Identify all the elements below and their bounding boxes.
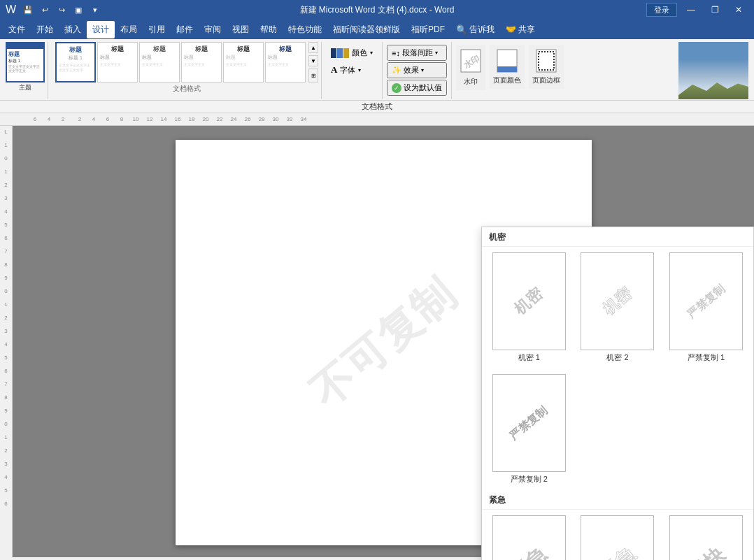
wm-option-yanjin1[interactable]: 严禁复制 严禁复制 1 — [664, 252, 748, 363]
wm-text-jinji1: 紧急 — [505, 541, 553, 560]
page-color-label: 页面颜色 — [493, 76, 521, 85]
urgent-grid: 紧急 紧急 1 紧急 紧急 2 尽快 尽快 1 — [482, 510, 753, 560]
menu-references[interactable]: 引用 — [143, 21, 171, 38]
menu-review[interactable]: 审阅 — [199, 21, 227, 38]
style-scroll: ▲ ▼ ⊞ — [308, 42, 318, 82]
watermark-btn[interactable]: 水印 水印 — [456, 45, 485, 90]
wm-card-yanjin2: 严禁复制 — [492, 374, 566, 472]
wm-option-mimi2[interactable]: 机密 机密 2 — [576, 252, 660, 363]
style-item-3[interactable]: 标题 标题 正文文字正文 — [181, 42, 222, 82]
doc-format-label: 文档格式 — [362, 101, 392, 112]
login-button[interactable]: 登录 — [646, 3, 677, 17]
check-circle-icon: ✓ — [392, 83, 401, 93]
menu-special[interactable]: 特色功能 — [283, 21, 327, 38]
set-default-btn[interactable]: ✓ 设为默认值 — [387, 80, 447, 96]
scenery-image — [678, 42, 748, 99]
wm-card-jinkuai1: 尽快 — [669, 515, 743, 560]
theme-default[interactable]: 标题 标题 1 正文文字正文文字正文文字正文 主题 — [6, 42, 45, 92]
colors-dropdown-arrow: ▾ — [370, 50, 373, 56]
style-scroll-expand[interactable]: ⊞ — [308, 69, 318, 82]
wm-card-mimi1: 机密 — [492, 252, 566, 350]
style-scroll-up[interactable]: ▲ — [308, 42, 318, 53]
dropdown-quick-btn[interactable]: ▾ — [87, 3, 103, 17]
wm-label-mimi1: 机密 1 — [518, 352, 540, 363]
wm-option-mimi1[interactable]: 机密 机密 1 — [488, 252, 571, 363]
colors-label: 颜色 — [352, 48, 367, 58]
para-spacing-arrow: ▾ — [435, 50, 438, 56]
menu-home[interactable]: 开始 — [31, 21, 59, 38]
svg-rect-3 — [497, 66, 517, 72]
menu-foxit-reader[interactable]: 福昕阅读器领鲜版 — [327, 21, 406, 38]
effects-icon: ✨ — [392, 66, 401, 75]
menu-layout[interactable]: 布局 — [115, 21, 143, 38]
style-item-5[interactable]: 标题 标题 正文文字正文 — [265, 42, 306, 82]
close-btn[interactable]: ✕ — [729, 3, 748, 17]
wm-label-mimi2: 机密 2 — [606, 352, 628, 363]
fonts-label: 字体 — [340, 65, 355, 76]
title-bar: W 💾 ↩ ↪ ▣ ▾ 新建 Microsoft Word 文档 (4).doc… — [0, 0, 754, 20]
ruler-vertical: L 1 0 1 2 3 4 5 6 7 8 9 0 1 2 3 4 5 6 7 … — [0, 126, 13, 557]
page-color-btn[interactable]: 页面颜色 — [490, 45, 525, 89]
menu-file[interactable]: 文件 — [3, 21, 31, 38]
style-gallery: 标题 标题 1 正文文字正文文字正文文字正文文字 标题 标题 正文文字正文 标题… — [55, 42, 318, 82]
minimize-btn[interactable]: — — [681, 3, 701, 17]
more-quick-btn[interactable]: ▣ — [71, 3, 86, 17]
para-spacing-btn[interactable]: ≡↕ 段落间距 ▾ — [387, 45, 447, 61]
section-title-urgent: 紧急 — [482, 490, 753, 510]
para-spacing-icon: ≡↕ — [392, 49, 400, 57]
para-spacing-label: 段落间距 — [402, 48, 433, 58]
fonts-btn[interactable]: A 字体 ▾ — [326, 62, 378, 78]
wm-card-jinji2: 紧急 — [581, 515, 654, 560]
colors-btn[interactable]: 颜色 ▾ — [326, 45, 378, 61]
page-border-btn[interactable]: 页面边框 — [529, 45, 564, 89]
ruler-marks: 6 4 2 2 4 6 8 10 12 14 16 18 20 22 24 26… — [28, 116, 311, 122]
redo-btn[interactable]: ↪ — [54, 3, 69, 17]
menu-design[interactable]: 设计 — [87, 21, 115, 38]
menu-mail[interactable]: 邮件 — [171, 21, 199, 38]
save-quick-btn[interactable]: 💾 — [20, 3, 36, 17]
title-bar-right: 登录 — ❐ ✕ — [646, 3, 748, 17]
wm-text-yanjin2: 严禁复制 — [507, 403, 551, 443]
page-border-label: 页面边框 — [532, 76, 560, 85]
menu-insert[interactable]: 插入 — [59, 21, 87, 38]
style-item-0[interactable]: 标题 标题 1 正文文字正文文字正文文字正文文字 — [55, 42, 96, 82]
menu-share[interactable]: 🤝 共享 — [500, 21, 541, 38]
wm-option-yanjin2[interactable]: 严禁复制 严禁复制 2 — [488, 374, 571, 484]
style-item-1[interactable]: 标题 标题 正文文字正文 — [97, 42, 138, 82]
menu-view[interactable]: 视图 — [227, 21, 255, 38]
menu-tell-me[interactable]: 🔍 告诉我 — [450, 21, 500, 38]
watermark-icon: 水印 — [460, 48, 482, 77]
watermark-overlay: 不可复制 — [299, 265, 468, 419]
page-border-icon — [535, 48, 557, 76]
effects-arrow: ▾ — [421, 67, 424, 73]
style-scroll-down[interactable]: ▼ — [308, 55, 318, 66]
themes-group: 标题 标题 1 正文文字正文文字正文文字正文 主题 — [6, 42, 48, 99]
quick-access-toolbar: W 💾 ↩ ↪ ▣ ▾ — [6, 3, 103, 17]
wm-option-jinkuai1[interactable]: 尽快 尽快 1 — [664, 515, 748, 560]
style-item-2[interactable]: 标题 标题 正文文字正文 — [139, 42, 180, 82]
wm-text-jinkuai1: 尽快 — [682, 541, 730, 560]
main-area: L 1 0 1 2 3 4 5 6 7 8 9 0 1 2 3 4 5 6 7 … — [0, 126, 754, 557]
wm-card-yanjin1: 严禁复制 — [669, 252, 743, 350]
wm-text-mimi2: 机密 — [599, 283, 637, 320]
wm-option-jinji2[interactable]: 紧急 紧急 2 — [576, 515, 660, 560]
undo-btn[interactable]: ↩ — [37, 3, 52, 17]
watermark-label: 水印 — [464, 77, 478, 87]
wm-text-jinji2: 紧急 — [594, 541, 642, 560]
yanjin2-grid: 严禁复制 严禁复制 2 — [482, 368, 753, 490]
wm-text-yanjin1: 严禁复制 — [684, 281, 728, 321]
menu-help[interactable]: 帮助 — [255, 21, 283, 38]
effects-btn[interactable]: ✨ 效果 ▾ — [387, 62, 447, 78]
wm-card-jinji1: 紧急 — [492, 515, 566, 560]
menu-bar: 文件 开始 插入 设计 布局 引用 邮件 审阅 视图 帮助 特色功能 福昕阅读器… — [0, 20, 754, 39]
fonts-dropdown-arrow: ▾ — [358, 67, 361, 73]
menu-foxit-pdf[interactable]: 福昕PDF — [406, 21, 450, 38]
page-color-icon — [496, 48, 518, 76]
colors-fonts-group: 颜色 ▾ A 字体 ▾ — [322, 42, 383, 99]
restore-btn[interactable]: ❐ — [705, 3, 725, 17]
page-bg-group: 水印 水印 页面颜色 — [452, 42, 568, 99]
wm-option-jinji1[interactable]: 紧急 紧急 1 — [488, 515, 571, 560]
style-item-4[interactable]: 标题 标题 正文文字正文 — [223, 42, 264, 82]
wm-label-yanjin1: 严禁复制 1 — [688, 352, 725, 363]
svg-rect-4 — [536, 50, 556, 72]
